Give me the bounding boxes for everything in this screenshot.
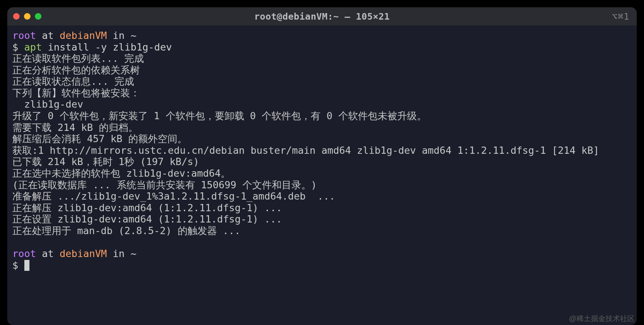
- command-binary: apt: [24, 41, 42, 53]
- cursor-icon: [24, 260, 29, 271]
- prompt-host: debianVM: [60, 248, 107, 259]
- watermark-text: @稀土掘金技术社区: [569, 314, 635, 324]
- output-line: 需要下载 214 kB 的归档。: [12, 122, 138, 133]
- prompt-path: ~: [130, 248, 136, 259]
- window-shortcut-hint: ⌥⌘1: [612, 11, 629, 22]
- title-bar: root@debianVM:~ — 105×21 ⌥⌘1: [7, 7, 637, 25]
- prompt-at: at: [36, 30, 60, 41]
- output-line: 升级了 0 个软件包，新安装了 1 个软件包，要卸载 0 个软件包，有 0 个软…: [12, 110, 427, 121]
- output-line: 正在处理用于 man-db (2.8.5-2) 的触发器 ...: [12, 225, 241, 236]
- output-line: 解压缩后会消耗 457 kB 的额外空间。: [12, 133, 187, 144]
- prompt-symbol: $: [12, 41, 24, 53]
- output-line: 已下载 214 kB，耗时 1秒 (197 kB/s): [12, 156, 199, 167]
- output-line: 正在读取状态信息... 完成: [12, 76, 134, 87]
- prompt-path: ~: [130, 30, 136, 41]
- terminal-body[interactable]: root at debianVM in ~ $ apt install -y z…: [7, 25, 637, 325]
- output-line: 准备解压 .../zlib1g-dev_1%3a1.2.11.dfsg-1_am…: [12, 190, 335, 202]
- terminal-window: root@debianVM:~ — 105×21 ⌥⌘1 root at deb…: [7, 7, 637, 325]
- prompt-symbol: $: [12, 260, 24, 271]
- output-line: 下列【新】软件包将被安装：: [12, 87, 140, 99]
- prompt-at: at: [36, 248, 60, 259]
- output-line: (正在读取数据库 ... 系统当前共安装有 150699 个文件和目录。): [12, 179, 317, 190]
- minimize-icon[interactable]: [24, 13, 31, 20]
- output-line: 正在读取软件包列表... 完成: [12, 53, 144, 64]
- prompt-user: root: [12, 30, 36, 41]
- prompt-in: in: [107, 248, 130, 259]
- traffic-lights: [13, 13, 41, 20]
- output-line: 正在选中未选择的软件包 zlib1g-dev:amd64。: [12, 168, 230, 179]
- close-icon[interactable]: [13, 13, 20, 20]
- output-line: 正在分析软件包的依赖关系树: [12, 64, 140, 76]
- output-line: zlib1g-dev: [12, 99, 83, 110]
- output-line: 正在设置 zlib1g-dev:amd64 (1:1.2.11.dfsg-1) …: [12, 213, 282, 225]
- command-args: install -y zlib1g-dev: [42, 41, 172, 53]
- output-line: 获取:1 http://mirrors.ustc.edu.cn/debian b…: [12, 145, 599, 156]
- prompt-user: root: [12, 248, 36, 259]
- zoom-icon[interactable]: [35, 13, 41, 20]
- prompt-host: debianVM: [60, 30, 107, 41]
- window-title: root@debianVM:~ — 105×21: [7, 11, 637, 22]
- prompt-in: in: [107, 30, 130, 41]
- output-line: 正在解压 zlib1g-dev:amd64 (1:1.2.11.dfsg-1) …: [12, 202, 282, 213]
